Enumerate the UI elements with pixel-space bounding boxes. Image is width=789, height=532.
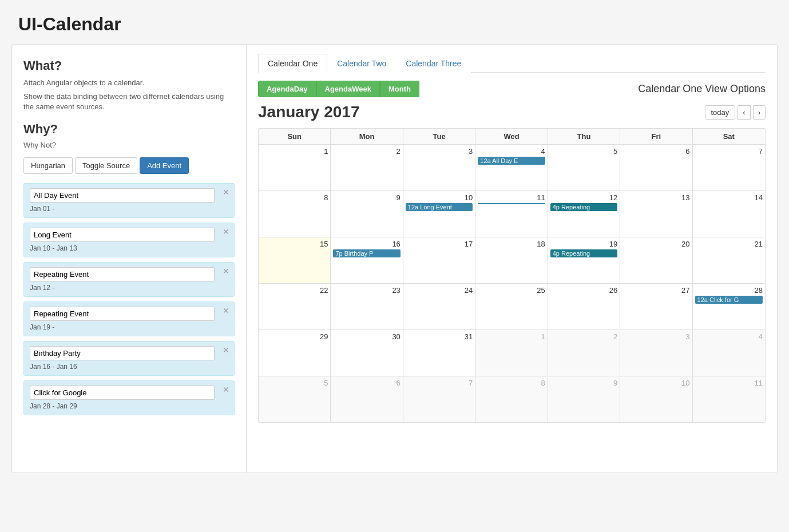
cal-date: 2 (550, 332, 617, 341)
cal-date: 24 (406, 286, 473, 295)
event-name-input[interactable] (30, 307, 215, 321)
cal-cell: 5 (259, 376, 331, 422)
calendar-area: Calendar One Calendar Two Calendar Three… (247, 45, 777, 473)
cal-cell: 4 (693, 330, 765, 376)
cal-date: 6 (333, 379, 400, 387)
cal-cell: 2 (548, 330, 620, 376)
event-name-input[interactable] (30, 267, 215, 281)
cal-date: 28 (695, 286, 763, 295)
day-headers: Sun Mon Tue Wed Thu Fri Sat (259, 129, 765, 145)
calendar-week: 1 2 3 4 12a All Day E 5 6 7 (259, 145, 765, 191)
agenda-week-button[interactable]: AgendaWeek (316, 81, 380, 97)
tab-calendar-two[interactable]: Calendar Two (327, 54, 396, 73)
cal-event[interactable]: 12a All Day E (478, 157, 545, 165)
cal-cell: 12 4p Repeating (548, 191, 620, 237)
list-item: ✕ Jan 19 - (23, 301, 235, 336)
header-sat: Sat (693, 129, 765, 144)
cal-cell: 20 (620, 237, 692, 283)
cal-cell: 10 12a Long Event Long Event (403, 191, 475, 237)
why-not-text: Why Not? (23, 140, 235, 150)
cal-cell: 6 (331, 376, 403, 422)
cal-cell: 31 (403, 330, 475, 376)
cal-event[interactable] (478, 203, 545, 204)
cal-event[interactable]: 4p Repeating (550, 249, 617, 257)
add-event-button[interactable]: Add Event (140, 157, 189, 174)
header-thu: Thu (548, 129, 620, 144)
event-name-input[interactable] (30, 228, 215, 242)
cal-cell: 19 4p Repeating (548, 237, 620, 283)
calendar-week: 15 16 7p Birthday P 17 18 19 4p Repeatin… (259, 237, 765, 284)
cal-cell: 1 (259, 145, 331, 190)
cal-cell: 30 (331, 330, 403, 376)
remove-event-button[interactable]: ✕ (223, 386, 229, 394)
cal-cell: 25 (475, 284, 548, 329)
cal-cell: 9 (331, 191, 403, 237)
cal-date: 3 (406, 147, 473, 156)
cal-cell: 18 (475, 237, 548, 283)
cal-date: 16 (333, 240, 400, 248)
cal-cell: 17 (403, 237, 475, 283)
cal-date: 8 (478, 379, 545, 387)
hungarian-button[interactable]: Hungarian (23, 157, 73, 174)
cal-cell: 6 (620, 145, 692, 190)
event-name-input[interactable] (30, 386, 215, 400)
event-list: ✕ Jan 01 - ✕ Jan 10 - Jan 13 ✕ Jan 12 - … (23, 183, 235, 415)
calendar-header: January 2017 today ‹ › (258, 103, 766, 121)
sidebar: What? Attach Angular objects to a calend… (12, 45, 247, 473)
cal-date: 22 (261, 286, 328, 295)
cal-cell: 29 (259, 330, 331, 376)
remove-event-button[interactable]: ✕ (223, 267, 229, 275)
cal-date: 25 (478, 286, 545, 295)
cal-date: 4 (695, 332, 763, 341)
header-mon: Mon (331, 129, 403, 144)
cal-cell: 1 (475, 330, 548, 376)
remove-event-button[interactable]: ✕ (223, 346, 229, 354)
cal-cell: 11 (475, 191, 548, 237)
event-date-label: Jan 10 - Jan 13 (30, 244, 228, 252)
tab-calendar-one[interactable]: Calendar One (258, 54, 327, 73)
calendar-week: 29 30 31 1 2 3 4 (259, 330, 765, 376)
cal-date: 19 (550, 240, 617, 248)
remove-event-button[interactable]: ✕ (223, 188, 229, 196)
what-p1: Attach Angular objects to a calendar. (23, 78, 235, 88)
cal-date: 3 (623, 332, 689, 341)
event-date-label: Jan 12 - (30, 284, 228, 292)
cal-date: 5 (550, 147, 617, 156)
cal-date: 17 (406, 240, 473, 248)
calendar-week: 8 9 10 12a Long Event Long Event 11 (259, 191, 765, 237)
agenda-day-button[interactable]: AgendaDay (258, 81, 316, 97)
cal-date: 9 (333, 193, 400, 202)
cal-date: 6 (623, 147, 689, 156)
cal-event[interactable]: 12a Click for G (695, 296, 763, 304)
tab-bar: Calendar One Calendar Two Calendar Three (258, 54, 766, 73)
header-wed: Wed (475, 129, 548, 144)
cal-cell: 26 (548, 284, 620, 329)
tab-calendar-three[interactable]: Calendar Three (396, 54, 471, 73)
next-month-button[interactable]: › (753, 105, 766, 120)
header-sun: Sun (259, 129, 331, 144)
cal-date: 26 (550, 286, 617, 295)
event-name-input[interactable] (30, 188, 215, 203)
cal-date: 20 (623, 240, 689, 248)
cal-event[interactable]: 12a Long Event Long Event (406, 203, 473, 211)
cal-cell: 3 (403, 145, 475, 190)
cal-date: 9 (550, 379, 617, 387)
prev-month-button[interactable]: ‹ (738, 105, 750, 120)
cal-cell: 23 (331, 284, 403, 329)
action-buttons: Hungarian Toggle Source Add Event (23, 157, 235, 174)
cal-cell: 14 (693, 191, 765, 237)
toggle-source-button[interactable]: Toggle Source (75, 157, 137, 174)
cal-cell: 7 (403, 376, 475, 422)
month-button[interactable]: Month (380, 81, 419, 97)
today-button[interactable]: today (705, 105, 736, 120)
cal-cell: 16 7p Birthday P (331, 237, 403, 283)
cal-cell: 8 (475, 376, 548, 422)
calendar-week: 5 6 7 8 9 10 11 (259, 376, 765, 422)
event-date-label: Jan 28 - Jan 29 (30, 402, 228, 410)
header-fri: Fri (620, 129, 692, 144)
cal-event[interactable]: 4p Repeating (550, 203, 617, 211)
event-name-input[interactable] (30, 346, 215, 360)
remove-event-button[interactable]: ✕ (223, 228, 229, 236)
remove-event-button[interactable]: ✕ (223, 307, 229, 315)
cal-event[interactable]: 7p Birthday P (333, 249, 400, 257)
